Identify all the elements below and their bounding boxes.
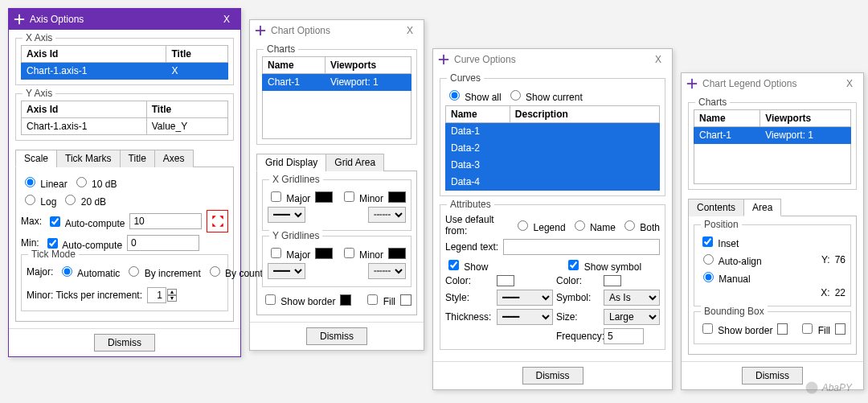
y-major-style[interactable]: ━━━ xyxy=(268,263,305,279)
table-row[interactable]: Chart-1Viewport: 1 xyxy=(694,127,851,144)
max-input[interactable] xyxy=(129,213,202,229)
thickness-select[interactable]: ━━━ xyxy=(497,309,553,325)
radio-manual[interactable]: Manual xyxy=(699,269,751,285)
radio-legend[interactable]: Legend xyxy=(514,218,565,233)
style-select[interactable]: ━━━ xyxy=(497,290,553,306)
bb-border-color[interactable] xyxy=(777,323,788,335)
legend-tabs: Contents Area xyxy=(688,198,857,216)
tab-scale[interactable]: Scale xyxy=(15,150,57,167)
radio-by-count[interactable]: By count xyxy=(206,264,263,279)
dismiss-button[interactable]: Dismiss xyxy=(94,334,155,352)
close-icon[interactable]: X xyxy=(218,14,235,25)
app-icon xyxy=(438,54,449,65)
symbol-color[interactable] xyxy=(604,275,621,286)
expand-icon[interactable] xyxy=(207,210,228,232)
y-gridlines-group: Y Gridlines Major Minor ━━━ ╌╌╌ xyxy=(262,236,411,287)
size-select[interactable]: Large xyxy=(604,309,660,325)
minor-spinner[interactable]: ▴▾ xyxy=(147,287,177,303)
tab-grid-area[interactable]: Grid Area xyxy=(326,154,384,171)
radio-linear[interactable]: Linear xyxy=(21,175,68,190)
x-minor-check[interactable]: Minor xyxy=(341,189,383,204)
legend-titlebar[interactable]: Chart Legend Options X xyxy=(682,73,863,94)
bb-fill-color[interactable] xyxy=(835,323,845,335)
axis-titlebar[interactable]: Axis Options X xyxy=(9,9,240,30)
table-row[interactable]: Data-4 xyxy=(446,174,660,191)
table-row[interactable]: Data-3 xyxy=(446,157,660,174)
radio-automatic[interactable]: Automatic xyxy=(58,264,120,279)
chart-titlebar[interactable]: Chart Options X xyxy=(250,20,424,41)
symbol-select[interactable]: As Is xyxy=(604,290,660,306)
frequency-input[interactable] xyxy=(604,328,644,344)
table-row[interactable]: Data-1 xyxy=(446,123,660,140)
close-icon[interactable]: X xyxy=(841,78,858,89)
y-major-color[interactable] xyxy=(315,248,333,259)
radio-10db[interactable]: 10 dB xyxy=(72,175,117,190)
curves-table[interactable]: NameDescription Data-1 Data-2 Data-3 Dat… xyxy=(445,105,660,191)
curves-group: Curves Show all Show current NameDescrip… xyxy=(440,78,665,196)
table-row[interactable]: Data-2 xyxy=(446,140,660,157)
show-symbol-check[interactable]: Show symbol xyxy=(565,257,641,273)
bb-fill[interactable]: Fill xyxy=(799,321,830,336)
spin-down-icon[interactable]: ▾ xyxy=(167,295,177,302)
fill-check[interactable]: Fill xyxy=(364,292,395,307)
y-value: 76 xyxy=(835,254,845,265)
y-minor-style[interactable]: ╌╌╌ xyxy=(368,263,406,279)
max-label: Max: xyxy=(21,216,42,227)
min-input[interactable] xyxy=(127,235,199,251)
y-minor-check[interactable]: Minor xyxy=(341,245,383,261)
tab-title[interactable]: Title xyxy=(120,150,155,167)
radio-show-current[interactable]: Show current xyxy=(506,88,583,103)
x-minor-color[interactable] xyxy=(388,191,406,203)
legend-charts-table[interactable]: NameViewports Chart-1Viewport: 1 xyxy=(694,109,851,184)
radio-show-all[interactable]: Show all xyxy=(445,88,502,103)
close-icon[interactable]: X xyxy=(649,54,667,65)
border-color[interactable] xyxy=(340,294,351,306)
radio-auto-align[interactable]: Auto-align xyxy=(699,252,762,267)
minor-label: Minor: Ticks per increment: xyxy=(27,290,142,301)
charts-table[interactable]: NameViewports Chart-1Viewport: 1 xyxy=(262,56,411,139)
tab-area[interactable]: Area xyxy=(743,199,781,216)
y-major-check[interactable]: Major xyxy=(268,245,310,261)
curve-titlebar[interactable]: Curve Options X xyxy=(433,49,672,70)
x-axis-table[interactable]: Axis IdTitle Chart-1.axis-1X xyxy=(21,45,228,80)
radio-both[interactable]: Both xyxy=(620,218,660,233)
dismiss-button[interactable]: Dismiss xyxy=(522,367,583,384)
x-major-color[interactable] xyxy=(315,191,333,203)
y-axis-table[interactable]: Axis IdTitle Chart-1.axis-1Value_Y xyxy=(21,101,228,135)
bb-show-border[interactable]: Show border xyxy=(699,321,772,336)
max-auto-compute[interactable]: Auto-compute xyxy=(47,214,125,229)
tab-contents[interactable]: Contents xyxy=(688,199,744,216)
radio-log[interactable]: Log xyxy=(21,192,56,208)
legend-charts-group: Charts NameViewports Chart-1Viewport: 1 xyxy=(688,102,857,190)
x-major-check[interactable]: Major xyxy=(268,189,310,204)
tab-axes[interactable]: Axes xyxy=(154,150,194,167)
radio-name[interactable]: Name xyxy=(571,218,616,233)
dismiss-button[interactable]: Dismiss xyxy=(306,327,367,345)
y-minor-color[interactable] xyxy=(388,248,406,259)
charts-group: Charts NameViewports Chart-1Viewport: 1 xyxy=(256,49,417,145)
close-icon[interactable]: X xyxy=(401,25,419,36)
axis-options-window: Axis Options X X Axis Axis IdTitle Chart… xyxy=(8,8,241,357)
dismiss-button[interactable]: Dismiss xyxy=(742,367,803,384)
tab-grid-display[interactable]: Grid Display xyxy=(256,154,326,171)
show-border-check[interactable]: Show border xyxy=(262,292,335,307)
radio-20db[interactable]: 20 dB xyxy=(61,192,106,208)
inset-check[interactable]: Inset xyxy=(699,234,739,249)
x-major-style[interactable]: ━━━ xyxy=(268,207,305,223)
table-row[interactable]: Chart-1.axis-1Value_Y xyxy=(22,118,228,135)
legend-options-window: Chart Legend Options X Charts NameViewpo… xyxy=(681,72,864,390)
radio-by-increment[interactable]: By increment xyxy=(125,264,200,279)
table-row[interactable]: Chart-1Viewport: 1 xyxy=(263,74,411,91)
x-minor-style[interactable]: ╌╌╌ xyxy=(368,207,406,223)
legend-text-input[interactable] xyxy=(503,239,660,255)
curve-color[interactable] xyxy=(497,275,514,286)
attributes-group: Attributes Use default from: Legend Name… xyxy=(440,204,665,350)
tab-tick-marks[interactable]: Tick Marks xyxy=(56,150,121,167)
col-title: Title xyxy=(166,46,228,63)
x-axis-group: X Axis Axis IdTitle Chart-1.axis-1X xyxy=(15,38,234,85)
fill-color[interactable] xyxy=(400,294,411,306)
app-icon xyxy=(686,78,698,89)
table-row[interactable]: Chart-1.axis-1X xyxy=(22,63,228,80)
show-check[interactable]: Show xyxy=(445,257,488,273)
position-group: Position Inset Auto-align Y: 76 Manual X… xyxy=(694,224,851,306)
